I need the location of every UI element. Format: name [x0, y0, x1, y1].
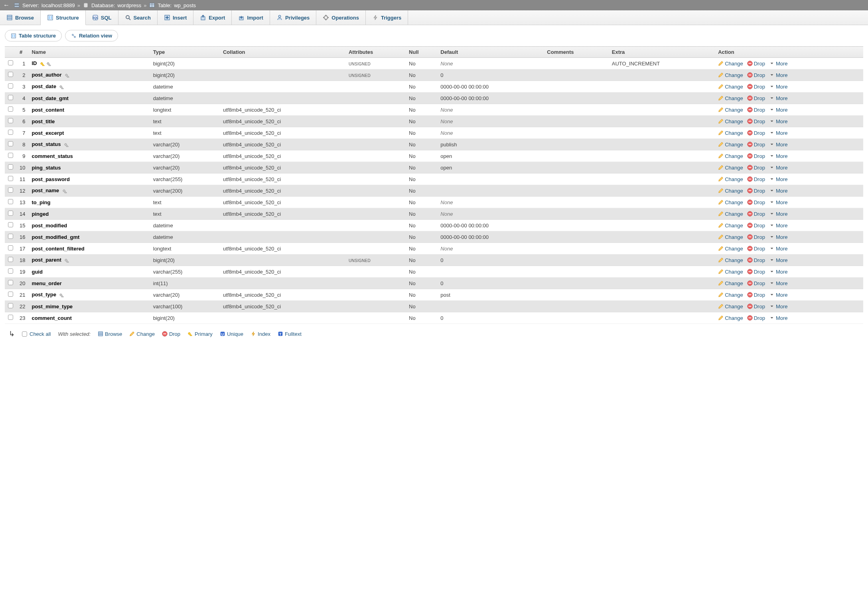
tab-insert[interactable]: Insert	[158, 10, 193, 25]
change-button[interactable]: Change	[718, 95, 743, 101]
more-button[interactable]: More	[769, 188, 788, 194]
change-button[interactable]: Change	[718, 257, 743, 263]
back-button[interactable]: ←	[3, 2, 11, 9]
drop-button[interactable]: Drop	[747, 280, 765, 286]
change-button[interactable]: Change	[718, 234, 743, 240]
change-button[interactable]: Change	[718, 130, 743, 136]
drop-button[interactable]: Drop	[747, 165, 765, 171]
drop-button[interactable]: Drop	[747, 315, 765, 321]
change-button[interactable]: Change	[718, 315, 743, 321]
more-button[interactable]: More	[769, 280, 788, 286]
drop-button[interactable]: Drop	[747, 107, 765, 113]
tab-search[interactable]: Search	[118, 10, 158, 25]
row-checkbox[interactable]	[8, 268, 13, 274]
header-null[interactable]: Null	[406, 47, 437, 58]
database-link[interactable]: wordpress	[117, 2, 141, 8]
more-button[interactable]: More	[769, 234, 788, 240]
table-link[interactable]: wp_posts	[174, 2, 196, 8]
row-checkbox[interactable]	[8, 164, 13, 170]
selected-action-fulltext[interactable]: Fulltext	[278, 331, 302, 337]
change-button[interactable]: Change	[718, 246, 743, 252]
more-button[interactable]: More	[769, 257, 788, 263]
more-button[interactable]: More	[769, 153, 788, 159]
header-collation[interactable]: Collation	[220, 47, 345, 58]
change-button[interactable]: Change	[718, 84, 743, 90]
subtab-table structure[interactable]: Table structure	[5, 30, 62, 41]
change-button[interactable]: Change	[718, 188, 743, 194]
change-button[interactable]: Change	[718, 199, 743, 205]
row-checkbox[interactable]	[8, 315, 13, 320]
change-button[interactable]: Change	[718, 292, 743, 298]
more-button[interactable]: More	[769, 269, 788, 275]
server-link[interactable]: localhost:8889	[41, 2, 75, 8]
selected-action-change[interactable]: Change	[129, 331, 155, 337]
more-button[interactable]: More	[769, 292, 788, 298]
tab-triggers[interactable]: Triggers	[366, 10, 408, 25]
row-checkbox[interactable]	[8, 303, 13, 308]
header-default[interactable]: Default	[437, 47, 544, 58]
selected-action-unique[interactable]: Unique	[220, 331, 243, 337]
more-button[interactable]: More	[769, 130, 788, 136]
header-type[interactable]: Type	[150, 47, 220, 58]
drop-button[interactable]: Drop	[747, 61, 765, 67]
drop-button[interactable]: Drop	[747, 257, 765, 263]
header-attributes[interactable]: Attributes	[345, 47, 406, 58]
change-button[interactable]: Change	[718, 211, 743, 217]
more-button[interactable]: More	[769, 223, 788, 229]
drop-button[interactable]: Drop	[747, 246, 765, 252]
selected-action-index[interactable]: Index	[251, 331, 270, 337]
row-checkbox[interactable]	[8, 83, 13, 89]
more-button[interactable]: More	[769, 142, 788, 148]
change-button[interactable]: Change	[718, 223, 743, 229]
drop-button[interactable]: Drop	[747, 176, 765, 182]
row-checkbox[interactable]	[8, 118, 13, 123]
check-all-label[interactable]: Check all	[30, 331, 51, 337]
change-button[interactable]: Change	[718, 107, 743, 113]
change-button[interactable]: Change	[718, 72, 743, 78]
more-button[interactable]: More	[769, 95, 788, 101]
row-checkbox[interactable]	[8, 292, 13, 297]
row-checkbox[interactable]	[8, 141, 13, 146]
header-extra[interactable]: Extra	[609, 47, 715, 58]
more-button[interactable]: More	[769, 176, 788, 182]
more-button[interactable]: More	[769, 84, 788, 90]
check-all-checkbox[interactable]	[22, 331, 27, 337]
more-button[interactable]: More	[769, 61, 788, 67]
row-checkbox[interactable]	[8, 95, 13, 100]
header-name[interactable]: Name	[28, 47, 150, 58]
check-all[interactable]: Check all	[22, 331, 51, 337]
tab-export[interactable]: Export	[193, 10, 232, 25]
selected-action-primary[interactable]: Primary	[187, 331, 213, 337]
drop-button[interactable]: Drop	[747, 84, 765, 90]
drop-button[interactable]: Drop	[747, 269, 765, 275]
change-button[interactable]: Change	[718, 153, 743, 159]
drop-button[interactable]: Drop	[747, 153, 765, 159]
tab-import[interactable]: Import	[232, 10, 270, 25]
drop-button[interactable]: Drop	[747, 72, 765, 78]
drop-button[interactable]: Drop	[747, 223, 765, 229]
row-checkbox[interactable]	[8, 211, 13, 216]
row-checkbox[interactable]	[8, 199, 13, 204]
tab-privileges[interactable]: Privileges	[270, 10, 316, 25]
change-button[interactable]: Change	[718, 165, 743, 171]
drop-button[interactable]: Drop	[747, 142, 765, 148]
drop-button[interactable]: Drop	[747, 130, 765, 136]
header-comments[interactable]: Comments	[544, 47, 608, 58]
more-button[interactable]: More	[769, 199, 788, 205]
more-button[interactable]: More	[769, 304, 788, 309]
drop-button[interactable]: Drop	[747, 95, 765, 101]
tab-sql[interactable]: SQL	[86, 10, 118, 25]
drop-button[interactable]: Drop	[747, 118, 765, 124]
row-checkbox[interactable]	[8, 176, 13, 181]
row-checkbox[interactable]	[8, 60, 13, 65]
drop-button[interactable]: Drop	[747, 234, 765, 240]
row-checkbox[interactable]	[8, 280, 13, 285]
drop-button[interactable]: Drop	[747, 188, 765, 194]
subtab-relation view[interactable]: Relation view	[65, 30, 118, 41]
row-checkbox[interactable]	[8, 257, 13, 262]
row-checkbox[interactable]	[8, 222, 13, 227]
selected-action-drop[interactable]: Drop	[162, 331, 180, 337]
drop-button[interactable]: Drop	[747, 199, 765, 205]
more-button[interactable]: More	[769, 118, 788, 124]
more-button[interactable]: More	[769, 315, 788, 321]
